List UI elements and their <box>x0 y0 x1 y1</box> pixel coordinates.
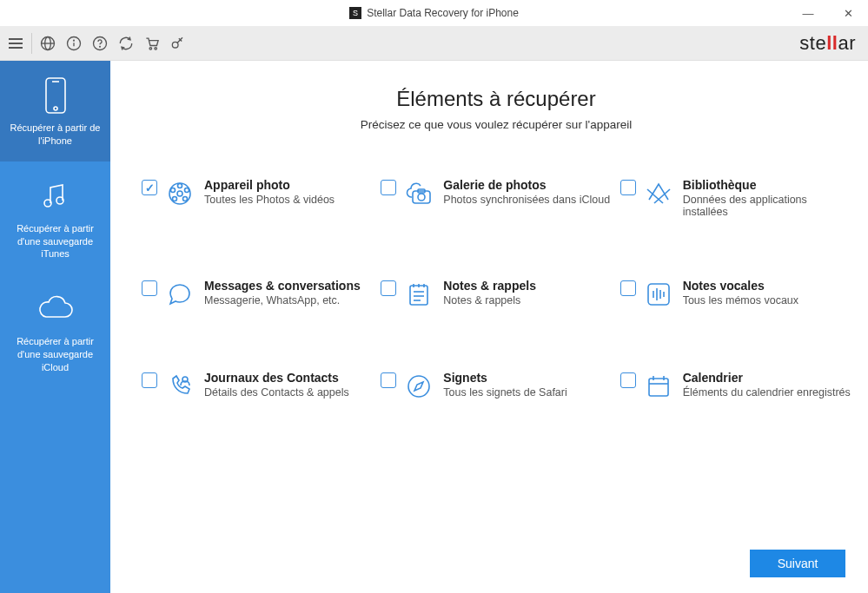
item-messages: Messages & conversations Messagerie, Wha… <box>142 279 372 310</box>
brand-post: ar <box>838 32 856 54</box>
svg-point-19 <box>185 188 189 193</box>
item-desc: Photos synchronisées dans iCloud <box>443 194 610 206</box>
minimize-button[interactable]: — <box>788 0 828 26</box>
svg-point-41 <box>408 376 429 397</box>
checkbox-messages[interactable] <box>142 280 157 296</box>
item-library: Bibliothèque Données des applications in… <box>620 178 851 218</box>
window-title-wrap: S Stellar Data Recovery for iPhone <box>349 7 519 19</box>
toolbar-left <box>3 31 190 56</box>
svg-point-22 <box>171 188 176 193</box>
item-title: Notes & rappels <box>443 279 536 293</box>
checkbox-notes[interactable] <box>381 280 396 296</box>
refresh-icon <box>117 35 135 52</box>
item-contacts: Journaux des Contacts Détails des Contac… <box>142 371 372 402</box>
svg-point-18 <box>178 184 182 188</box>
item-desc: Détails des Contacts & appels <box>204 386 349 399</box>
item-camera: Appareil photo Toutes les Photos & vidéo… <box>142 178 372 218</box>
recovery-grid: Appareil photo Toutes les Photos & vidéo… <box>142 178 851 402</box>
svg-point-16 <box>169 183 190 204</box>
checkbox-camera[interactable] <box>142 180 157 195</box>
cart-button[interactable] <box>140 31 164 56</box>
window-title: Stellar Data Recovery for iPhone <box>367 7 519 19</box>
checkbox-contacts[interactable] <box>142 372 157 388</box>
svg-point-7 <box>100 46 101 47</box>
close-button[interactable]: ✕ <box>828 0 868 26</box>
svg-point-17 <box>177 191 182 196</box>
svg-rect-28 <box>410 286 427 305</box>
svg-rect-11 <box>46 78 65 113</box>
svg-point-12 <box>54 107 57 110</box>
refresh-button[interactable] <box>114 31 138 56</box>
svg-point-24 <box>418 194 425 201</box>
help-button[interactable] <box>88 31 112 56</box>
notes-icon <box>403 279 434 310</box>
svg-line-26 <box>647 189 663 203</box>
titlebar: S Stellar Data Recovery for iPhone — ✕ <box>0 0 868 26</box>
checkbox-calendar[interactable] <box>620 372 636 388</box>
item-desc: Toutes les Photos & vidéos <box>204 194 335 206</box>
svg-rect-35 <box>648 284 669 305</box>
item-desc: Tous les mémos vocaux <box>683 294 798 306</box>
waveform-icon <box>643 279 674 310</box>
item-desc: Notes & rappels <box>443 294 536 306</box>
svg-rect-43 <box>649 379 668 396</box>
item-desc: Éléments du calendrier enregistrés <box>683 386 851 399</box>
sidebar-item-iphone[interactable]: Récupérer à partir de l'iPhone <box>0 61 110 161</box>
item-desc: Messagerie, WhatsApp, etc. <box>204 294 361 306</box>
item-title: Journaux des Contacts <box>204 371 349 385</box>
calendar-icon <box>643 371 674 402</box>
hamburger-menu-button[interactable] <box>3 31 28 56</box>
apps-icon <box>643 178 674 209</box>
toolbar: stellar <box>0 26 868 61</box>
key-icon <box>169 35 187 52</box>
item-title: Bibliothèque <box>683 178 851 192</box>
brand-pre: ste <box>799 32 826 54</box>
item-title: Calendrier <box>683 371 851 385</box>
svg-point-8 <box>149 47 152 49</box>
next-button[interactable]: Suivant <box>750 550 845 577</box>
main-panel: Éléments à récupérer Précisez ce que vou… <box>110 61 868 593</box>
item-title: Signets <box>443 371 567 385</box>
sidebar-item-itunes[interactable]: Récupérer à partir d'une sauvegarde iTun… <box>0 161 110 275</box>
item-title: Appareil photo <box>204 178 335 192</box>
brand-accent: ll <box>826 32 838 54</box>
checkbox-bookmarks[interactable] <box>381 372 396 388</box>
cloud-icon <box>5 290 105 328</box>
svg-point-20 <box>183 197 188 201</box>
phone-contact-icon <box>164 371 195 402</box>
window-controls: — ✕ <box>788 0 868 26</box>
globe-icon <box>39 35 56 52</box>
checkbox-voice[interactable] <box>620 280 636 296</box>
toolbar-divider <box>31 33 32 54</box>
iphone-icon <box>5 76 105 115</box>
svg-point-5 <box>74 40 75 41</box>
svg-point-9 <box>155 47 157 49</box>
help-icon <box>91 35 109 52</box>
language-button[interactable] <box>36 31 60 56</box>
item-desc: Tous les signets de Safari <box>443 386 567 399</box>
item-bookmarks: Signets Tous les signets de Safari <box>381 371 611 402</box>
svg-marker-42 <box>414 382 423 391</box>
svg-point-21 <box>173 197 177 201</box>
brand-logo: stellar <box>799 32 861 55</box>
sidebar: Récupérer à partir de l'iPhone Récupérer… <box>0 61 110 593</box>
info-icon <box>65 35 83 52</box>
sidebar-item-icloud[interactable]: Récupérer à partir d'une sauvegarde iClo… <box>0 274 110 388</box>
info-button[interactable] <box>62 31 86 56</box>
item-notes: Notes & rappels Notes & rappels <box>381 279 611 310</box>
page-subtitle: Précisez ce que vous voulez récupérer su… <box>142 118 851 131</box>
checkbox-library[interactable] <box>620 180 636 195</box>
body: Récupérer à partir de l'iPhone Récupérer… <box>0 61 868 593</box>
chat-icon <box>164 279 195 310</box>
svg-line-27 <box>654 189 670 203</box>
camera-roll-icon <box>164 178 195 209</box>
item-voice: Notes vocales Tous les mémos vocaux <box>620 279 851 310</box>
svg-point-10 <box>172 42 178 48</box>
key-button[interactable] <box>166 31 190 56</box>
hamburger-icon <box>9 38 23 49</box>
compass-icon <box>403 371 434 402</box>
item-title: Galerie de photos <box>443 178 610 192</box>
checkbox-gallery[interactable] <box>381 180 396 195</box>
gallery-icon <box>403 178 434 209</box>
page-title: Éléments à récupérer <box>142 87 851 111</box>
